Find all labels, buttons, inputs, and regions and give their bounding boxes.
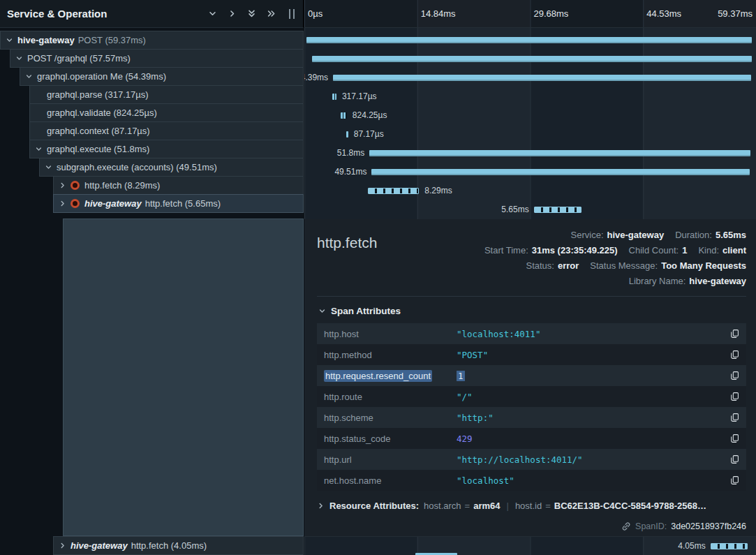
timeline-row[interactable]: 8.29ms [304,182,756,200]
span-bar[interactable] [346,131,348,138]
attribute-row[interactable]: http.host"localhost:4011" [317,323,746,344]
span-bar[interactable] [368,188,419,194]
chevron-right-icon[interactable] [59,200,71,207]
span-bar[interactable] [332,94,336,100]
copy-button[interactable] [730,413,739,422]
tree-row[interactable]: hive-gatewayhttp.fetch (5.65ms) [53,194,304,213]
attribute-row[interactable]: http.url"http://localhost:4011/" [317,449,746,470]
trace-viewer: Service & Operation 0µs14.84ms29.68ms44.… [0,0,756,555]
meta-pair: Child Count:1 [629,245,688,256]
chevron-down-icon[interactable] [25,73,37,80]
copy-icon [730,392,739,401]
attribute-row[interactable]: http.request.resend_count1 [317,365,746,386]
span-detail-panel: http.fetch Service:hive-gatewayDuration:… [304,219,756,536]
tree-row[interactable]: graphql.context (87.17µs) [29,121,304,140]
tree-row[interactable]: subgraph.execute (accounts) (49.51ms) [39,158,304,177]
copy-button[interactable] [730,350,739,360]
timeline-row[interactable]: 4.05ms [304,537,756,555]
ruler-tick-label: 14.84ms [421,8,456,19]
meta-line: Status:errorStatus Message:Too Many Requ… [526,258,747,274]
attribute-key: http.route [324,392,457,402]
copy-button[interactable] [730,475,739,485]
copy-icon [730,413,739,422]
copy-button[interactable] [730,329,739,339]
attribute-value: "POST" [457,350,722,360]
ruler-tick-label: 0µs [308,8,323,19]
chevron-down-icon[interactable] [6,36,17,44]
chevron-down-icon[interactable] [45,163,57,171]
span-bar[interactable] [534,207,581,213]
resize-handle-icon[interactable] [289,9,295,19]
tree-row[interactable]: graphql.execute (51.8ms) [29,140,304,158]
double-chevron-right-icon[interactable] [267,9,276,18]
duration-label: 8.29ms [424,182,452,200]
chevron-down-icon[interactable] [15,54,27,62]
span-bar[interactable] [369,150,750,156]
service-name: hive-gateway [17,35,75,45]
attribute-key: http.status_code [324,434,457,444]
bottom-timeline-row: 4.05ms [304,536,756,555]
timeline-row[interactable]: 317.17µs [304,87,756,106]
span-bar[interactable] [371,169,750,175]
tree-row[interactable]: hive-gatewayPOST (59.37ms) [0,31,304,50]
chevron-down-icon[interactable] [35,145,47,153]
meta-value: 1 [682,245,687,256]
error-icon [71,181,80,190]
tree-row[interactable]: graphql.parse (317.17µs) [29,85,304,104]
copy-button[interactable] [730,454,739,464]
meta-value: 31ms (23:35:49.225) [532,245,618,256]
ruler-tick-label: 44.53ms [646,8,681,19]
attribute-row[interactable]: http.status_code429 [317,428,746,449]
link-icon[interactable] [621,521,631,531]
timeline-row[interactable]: 5.65ms [304,200,756,219]
timeline-rows: 54.39ms317.17µs824.25µs87.17µs51.8ms49.5… [304,28,756,219]
timeline-row[interactable]: 87.17µs [304,125,756,144]
copy-button[interactable] [730,392,739,401]
timeline-row[interactable] [304,31,756,50]
double-chevron-down-icon[interactable] [247,9,256,18]
timeline-row[interactable]: 49.51ms [304,163,756,182]
span-attributes-header[interactable]: Span Attributes [318,306,746,316]
timeline-row[interactable]: 824.25µs [304,106,756,125]
meta-key: Service: [571,230,604,240]
attribute-row[interactable]: http.method"POST" [317,344,746,365]
span-bar[interactable] [341,112,347,119]
attribute-row[interactable]: http.scheme"http:" [317,407,746,428]
timeline-row[interactable]: 51.8ms [304,144,756,163]
tree-row[interactable]: http.fetch (8.29ms) [53,176,304,195]
service-name: hive-gateway [84,198,142,209]
tree-row[interactable]: POST /graphql (57.57ms) [10,49,304,68]
copy-button[interactable] [730,371,739,380]
attribute-value: "http:" [457,413,722,423]
meta-value: hive-gateway [689,276,746,286]
meta-line: Start Time:31ms (23:35:49.225)Child Coun… [484,243,746,258]
resource-equals: = [465,501,470,511]
span-bar[interactable] [306,37,752,43]
span-label: graphql.context (87.17µs) [47,126,150,136]
attribute-key: http.url [324,454,457,465]
duration-label: 87.17µs [354,125,384,144]
timeline-row[interactable] [304,50,756,68]
span-bar[interactable] [312,56,752,62]
timeline-row[interactable]: 54.39ms [304,68,756,87]
span-bar[interactable] [333,75,751,81]
attribute-row[interactable]: http.route"/" [317,386,746,407]
ruler-tick-label: 59.37ms [718,8,753,19]
tree-row[interactable]: hive-gatewayhttp.fetch (4.05ms) [53,536,304,555]
chevron-right-icon[interactable] [228,9,237,18]
span-bar[interactable] [711,543,748,549]
duration-label: 51.8ms [337,144,364,163]
meta-key: Library Name: [629,276,686,286]
resource-attributes[interactable]: Resource Attributes: host.arch=arm64|hos… [317,501,746,511]
meta-pair: Service:hive-gateway [571,230,665,240]
chevron-right-icon[interactable] [59,542,71,549]
tree-row[interactable]: graphql.validate (824.25µs) [29,103,304,122]
chevron-down-icon[interactable] [208,9,217,18]
duration-label: 317.17µs [342,87,377,106]
chevron-right-icon[interactable] [59,182,71,189]
resource-key: host.id [515,501,542,511]
tree-row[interactable]: graphql.operation Me (54.39ms) [20,67,304,86]
attribute-row[interactable]: net.host.name"localhost" [317,470,746,491]
copy-button[interactable] [730,434,739,443]
copy-icon [730,454,739,464]
